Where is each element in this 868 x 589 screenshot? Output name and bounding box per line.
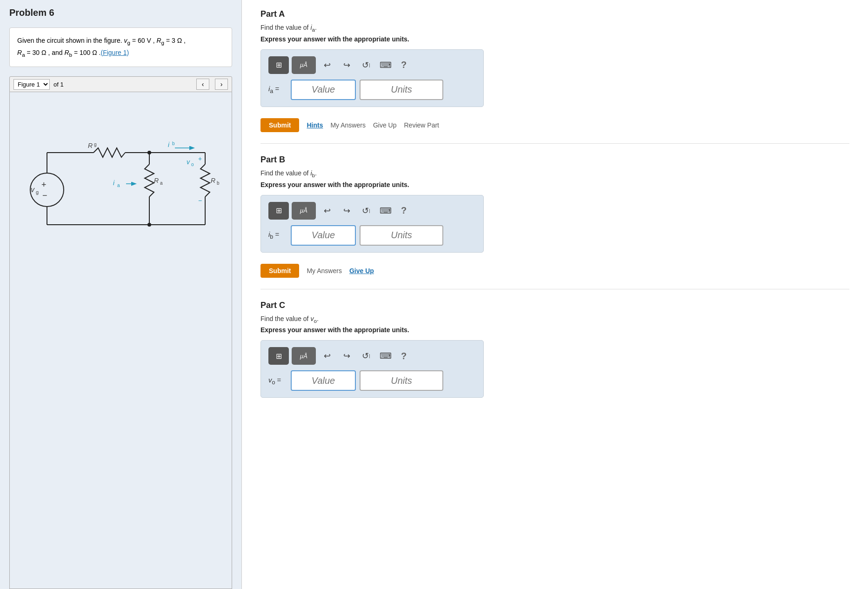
- figure-select[interactable]: Figure 1: [13, 79, 50, 90]
- part-a-value-input[interactable]: [291, 80, 356, 100]
- figure-of-label: of 1: [53, 81, 64, 88]
- part-b-input-row: ib =: [268, 225, 476, 246]
- help-button-c[interactable]: ?: [397, 347, 411, 365]
- part-b-submit-button[interactable]: Submit: [260, 264, 299, 278]
- part-a-find: Find the value of ia.: [260, 24, 849, 33]
- part-a-hints-link[interactable]: Hints: [307, 121, 323, 129]
- right-panel: Part A Find the value of ia. Express you…: [242, 0, 868, 589]
- svg-text:v: v: [31, 186, 35, 194]
- figure-next-button[interactable]: ›: [215, 79, 228, 90]
- part-b-action-row: Submit My Answers Give Up: [260, 264, 849, 278]
- part-c-answer-box: ⊞ μÅ ↩ ↪ ↺| ⌨ ? vo =: [260, 340, 484, 398]
- svg-text:+: +: [41, 180, 47, 189]
- part-b-title: Part B: [260, 155, 849, 165]
- refresh-button-a[interactable]: ↺|: [358, 56, 374, 74]
- svg-text:i: i: [113, 179, 115, 187]
- part-b-units-input[interactable]: [360, 225, 443, 246]
- svg-text:v: v: [187, 158, 190, 166]
- undo-button-a[interactable]: ↩: [319, 56, 335, 74]
- figure-prev-button[interactable]: ‹: [196, 79, 209, 90]
- figure-link[interactable]: (Figure 1): [100, 49, 129, 56]
- svg-text:b: b: [172, 141, 175, 146]
- svg-text:g: g: [94, 142, 97, 147]
- part-c-section: Part C Find the value of vo. Express you…: [260, 301, 849, 416]
- part-a-input-row: ia =: [268, 80, 476, 100]
- part-a-action-row: Submit Hints My Answers Give Up Review P…: [260, 118, 849, 132]
- redo-button-b[interactable]: ↪: [338, 202, 355, 220]
- svg-text:R: R: [211, 177, 215, 184]
- svg-text:o: o: [191, 162, 194, 167]
- part-b-eq-label: ib =: [268, 230, 287, 240]
- redo-button-c[interactable]: ↪: [338, 347, 355, 365]
- mu-button-b[interactable]: μÅ: [292, 202, 316, 220]
- mu-button-c[interactable]: μÅ: [292, 347, 316, 365]
- grid-icon-button-a[interactable]: ⊞: [268, 56, 289, 74]
- circuit-diagram: + − v g R g R a i: [9, 92, 232, 589]
- part-a-eq-label: ia =: [268, 85, 287, 94]
- part-c-units-input[interactable]: [360, 370, 443, 391]
- help-button-a[interactable]: ?: [397, 56, 411, 74]
- part-b-give-up-link[interactable]: Give Up: [349, 267, 374, 274]
- circuit-svg: + − v g R g R a i: [10, 92, 233, 250]
- part-a-toolbar: ⊞ μÅ ↩ ↪ ↺| ⌨ ?: [268, 56, 476, 74]
- mu-button-a[interactable]: μÅ: [292, 56, 316, 74]
- part-a-answer-box: ⊞ μÅ ↩ ↪ ↺| ⌨ ? ia =: [260, 49, 484, 107]
- help-button-b[interactable]: ?: [397, 202, 411, 220]
- part-b-instruction: Express your answer with the appropriate…: [260, 181, 849, 188]
- part-c-input-row: vo =: [268, 370, 476, 391]
- part-b-toolbar: ⊞ μÅ ↩ ↪ ↺| ⌨ ?: [268, 202, 476, 220]
- grid-icon-button-c[interactable]: ⊞: [268, 347, 289, 365]
- problem-title: Problem 6: [0, 0, 241, 23]
- svg-text:−: −: [42, 191, 47, 200]
- undo-button-b[interactable]: ↩: [319, 202, 335, 220]
- grid-icon-button-b[interactable]: ⊞: [268, 202, 289, 220]
- part-c-find: Find the value of vo.: [260, 315, 849, 324]
- svg-text:b: b: [217, 181, 220, 186]
- refresh-button-b[interactable]: ↺|: [358, 202, 374, 220]
- part-a-review-link[interactable]: Review Part: [404, 121, 439, 129]
- svg-point-29: [147, 223, 151, 227]
- figure-selector: Figure 1 of 1 ‹ ›: [9, 76, 232, 92]
- svg-text:−: −: [198, 197, 202, 204]
- part-c-title: Part C: [260, 301, 849, 310]
- keyboard-button-c[interactable]: ⌨: [377, 347, 394, 365]
- svg-text:a: a: [160, 181, 163, 186]
- left-panel: Problem 6 Given the circuit shown in the…: [0, 0, 242, 589]
- part-c-toolbar: ⊞ μÅ ↩ ↪ ↺| ⌨ ?: [268, 347, 476, 365]
- keyboard-button-b[interactable]: ⌨: [377, 202, 394, 220]
- part-c-value-input[interactable]: [291, 370, 356, 391]
- redo-button-a[interactable]: ↪: [338, 56, 355, 74]
- svg-text:R: R: [88, 142, 93, 149]
- svg-point-0: [30, 173, 64, 207]
- part-a-instruction: Express your answer with the appropriate…: [260, 35, 849, 43]
- svg-text:a: a: [117, 183, 120, 188]
- part-b-find: Find the value of ib.: [260, 169, 849, 178]
- problem-description: Given the circuit shown in the figure. v…: [9, 27, 232, 67]
- svg-text:i: i: [168, 141, 170, 148]
- part-c-eq-label: vo =: [268, 376, 287, 386]
- part-b-answer-box: ⊞ μÅ ↩ ↪ ↺| ⌨ ? ib =: [260, 195, 484, 253]
- part-a-title: Part A: [260, 9, 849, 19]
- part-b-value-input[interactable]: [291, 225, 356, 246]
- part-a-units-input[interactable]: [360, 80, 443, 100]
- part-b-my-answers-link[interactable]: My Answers: [307, 267, 341, 274]
- undo-button-c[interactable]: ↩: [319, 347, 335, 365]
- part-a-give-up-link[interactable]: Give Up: [373, 121, 397, 129]
- part-b-section: Part B Find the value of ib. Express you…: [260, 155, 849, 289]
- svg-text:g: g: [36, 189, 39, 195]
- part-a-submit-button[interactable]: Submit: [260, 118, 299, 132]
- part-c-instruction: Express your answer with the appropriate…: [260, 326, 849, 334]
- part-a-my-answers-link[interactable]: My Answers: [330, 121, 365, 129]
- svg-text:R: R: [154, 177, 159, 184]
- refresh-button-c[interactable]: ↺|: [358, 347, 374, 365]
- keyboard-button-a[interactable]: ⌨: [377, 56, 394, 74]
- part-a-section: Part A Find the value of ia. Express you…: [260, 9, 849, 144]
- svg-text:+: +: [198, 155, 202, 162]
